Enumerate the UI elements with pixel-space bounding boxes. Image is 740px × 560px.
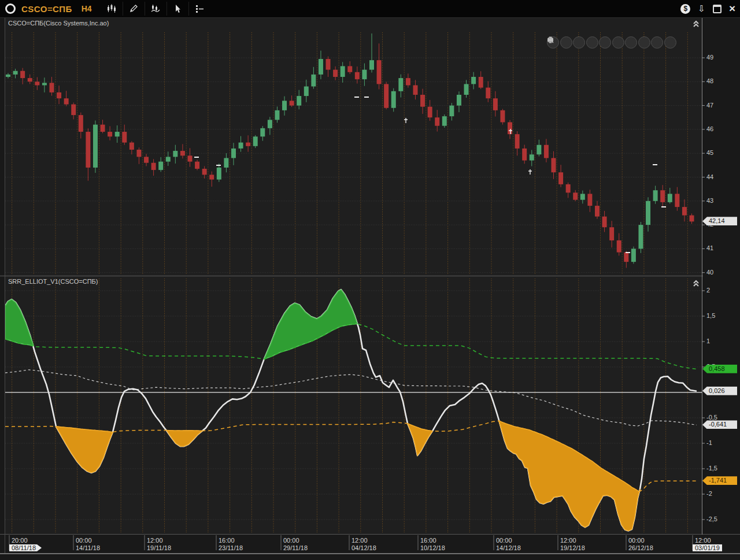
chart-toolbar <box>101 0 210 17</box>
indicator-value-tag: -0,641 <box>702 420 737 429</box>
indicator-pane-title: SRR_ELLIOT_V1(CSCO=СПБ) <box>8 278 98 285</box>
close-icon[interactable]: × <box>729 3 735 14</box>
cursor-button[interactable] <box>166 2 188 16</box>
candle-body <box>587 194 592 206</box>
zoom-in-button[interactable] <box>599 36 611 49</box>
time-axis-label: 16:0023/11/18 <box>219 537 243 551</box>
zoom-box-button[interactable] <box>625 36 637 49</box>
candle-body <box>35 81 39 85</box>
cursor-icon <box>172 3 183 14</box>
candle-body <box>20 71 25 78</box>
candle-body <box>536 145 541 155</box>
chart-canvas[interactable] <box>0 17 740 560</box>
download-arrow-icon[interactable]: ⇩ <box>698 5 705 13</box>
candle-body <box>668 194 672 202</box>
time-axis-label: 00:0029/11/18 <box>283 537 308 551</box>
candle-body <box>188 155 193 161</box>
candle-body <box>464 84 469 95</box>
chart-type-candles-icon <box>106 3 117 14</box>
candle-body <box>57 92 61 98</box>
candle-body <box>122 132 127 143</box>
candle-body <box>398 78 403 91</box>
candle-body <box>515 134 520 149</box>
candle-body <box>297 96 301 106</box>
candle-body <box>638 225 643 249</box>
candle-body <box>275 110 279 120</box>
candle-body <box>86 132 90 168</box>
candle-body <box>508 123 512 135</box>
order-levels-icon <box>194 3 205 14</box>
timeframe-label[interactable]: H4 <box>82 4 92 13</box>
candle-body <box>64 98 69 104</box>
candle-body <box>158 162 163 170</box>
indicator-axis-label: 2 <box>706 287 710 294</box>
candle-body <box>413 85 417 95</box>
indicators-icon <box>150 3 161 14</box>
candle-body <box>377 60 382 84</box>
candle-body <box>341 66 345 77</box>
candle-body <box>304 87 309 97</box>
indicator-axis-label: 1 <box>706 338 710 344</box>
maximize-icon[interactable] <box>713 5 722 13</box>
go-to-end-icon <box>547 36 554 43</box>
candle-body <box>49 83 54 92</box>
price-pane-title: CSCO=СПБ(Cisco Systems,Inc.ао) <box>8 20 109 27</box>
candle-body <box>202 169 207 175</box>
candle-body <box>79 115 83 132</box>
candle-body <box>347 66 352 72</box>
currency-dollar-icon[interactable]: $ <box>680 4 690 14</box>
window-titlebar: CSCO=СПБ H4 $ ⇩ × <box>0 0 740 18</box>
candle-body <box>442 116 447 126</box>
candle-body <box>573 192 578 199</box>
time-axis-label: 16:0010/12/18 <box>420 537 445 551</box>
candle-body <box>115 132 120 136</box>
price-axis-label: 43 <box>706 197 713 204</box>
scroll-right-button[interactable] <box>573 36 585 49</box>
candle-body <box>28 78 32 81</box>
last-price-tag: 42,14 <box>702 217 737 225</box>
indicators-button[interactable] <box>145 2 166 16</box>
candle-body <box>282 101 287 110</box>
candle-body <box>224 158 228 168</box>
draw-pencil-button[interactable] <box>123 2 145 16</box>
candle-body <box>420 95 425 107</box>
candle-body <box>406 78 410 85</box>
candle-body <box>144 157 149 162</box>
time-axis-label: 12:0003/01/19 <box>695 537 722 551</box>
instrument-status-icon <box>5 3 16 14</box>
candle-body <box>558 172 563 184</box>
candle-body <box>595 206 600 217</box>
compress-vertical-button[interactable] <box>651 36 663 49</box>
collapse-indicator-pane-icon[interactable] <box>691 279 701 287</box>
go-to-end-button[interactable] <box>664 36 676 49</box>
candle-body <box>486 88 490 99</box>
candle-body <box>675 194 679 207</box>
price-axis-label: 44 <box>706 173 713 180</box>
candle-body <box>646 201 650 225</box>
indicator-axis-label: -2,5 <box>706 516 717 522</box>
scroll-left-button[interactable] <box>560 36 572 49</box>
time-axis-label: 12:0019/12/18 <box>560 537 585 551</box>
compress-horizontal-button[interactable] <box>638 36 650 49</box>
candle-body <box>457 95 461 106</box>
current-date-tag: 08/11/18 <box>9 544 42 551</box>
candle-body <box>326 59 331 70</box>
scroll-right-fast-button[interactable] <box>586 36 598 49</box>
candle-body <box>311 75 316 87</box>
candle-body <box>42 83 47 85</box>
zoom-out-button[interactable] <box>612 36 624 49</box>
collapse-price-pane-icon[interactable] <box>691 20 701 28</box>
price-axis-label: 46 <box>706 125 713 132</box>
price-axis-label: 40 <box>706 269 713 276</box>
candle-body <box>108 132 112 136</box>
candle-body <box>166 157 171 161</box>
candle-body <box>631 249 636 262</box>
candle-body <box>384 84 388 107</box>
order-levels-button[interactable] <box>188 2 210 16</box>
candle-body <box>471 77 476 84</box>
candle-body <box>268 120 272 128</box>
candle-body <box>428 107 432 118</box>
candle-body <box>580 194 585 199</box>
candle-body <box>391 91 396 108</box>
chart-type-candles-button[interactable] <box>101 2 123 16</box>
